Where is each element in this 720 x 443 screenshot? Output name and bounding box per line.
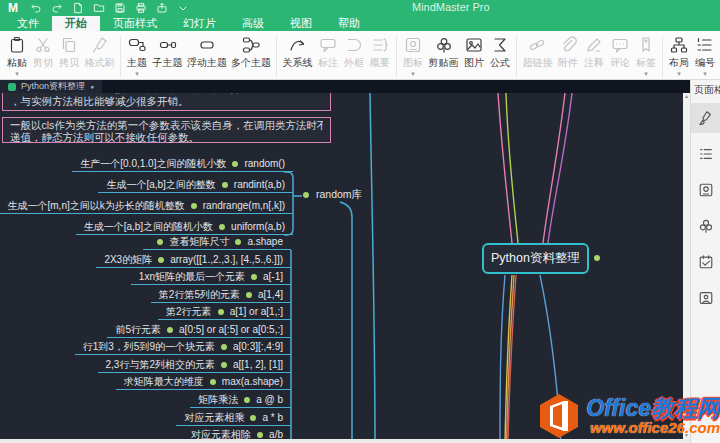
clipart-icon xyxy=(698,218,714,234)
formula-button[interactable]: 公式 xyxy=(487,34,513,70)
branch-row[interactable]: 前5行元素a[0:5] or a[:5] or a[0:5,:] xyxy=(107,322,291,338)
watermark-text: Office教程网 www.office26.com xyxy=(586,396,720,436)
relationship-icon xyxy=(289,35,307,55)
icon-marker-tool-button[interactable] xyxy=(691,175,720,205)
subtopic-button[interactable]: 子主题 xyxy=(150,34,185,70)
relationship-button[interactable]: 关系线 xyxy=(280,34,315,70)
dropdown-caret-icon[interactable]: ▾ xyxy=(411,71,415,77)
undo-button[interactable] xyxy=(28,2,43,15)
bullet-icon xyxy=(251,274,257,280)
topic-random-lib-label: random库 xyxy=(316,188,362,202)
branch-row[interactable]: 矩阵乘法a @ b xyxy=(190,392,291,408)
branch-row[interactable]: 第2行元素a[1] or a[1,:] xyxy=(158,304,291,320)
menu-tab-视图[interactable]: 视图 xyxy=(277,16,325,31)
central-topic-label: Python资料整理 xyxy=(491,250,580,267)
scroll-up-icon[interactable]: ▲ xyxy=(684,93,689,100)
branch-row[interactable]: 查看矩阵尺寸a.shape xyxy=(143,234,291,250)
bullet-icon xyxy=(158,257,164,263)
bullet-icon xyxy=(210,379,216,385)
watermark: Office教程网 www.office26.com xyxy=(536,393,720,439)
vertical-scrollbar[interactable]: ▲ ▼ xyxy=(683,93,690,439)
document-tab[interactable]: Python资料整理 ● xyxy=(0,80,102,93)
dropdown-caret-icon[interactable]: ▾ xyxy=(703,71,707,77)
menu-tab-高级[interactable]: 高级 xyxy=(229,16,277,31)
bullet-icon xyxy=(219,224,225,230)
branch-row[interactable]: 生产一个[0.0,1.0]之间的随机小数random() xyxy=(72,156,293,172)
clipart-tool-button[interactable] xyxy=(691,211,720,241)
branch-row[interactable]: 行1到3，列5到9的一个块元素a[0:3][:,4:9] xyxy=(75,339,291,355)
customize-toolbar-button[interactable] xyxy=(175,2,190,15)
redo-button[interactable] xyxy=(49,2,64,15)
floating-topic-button[interactable]: 浮动主题 xyxy=(185,34,229,70)
branch-row[interactable]: 生成一个[a,b]之间的随机小数uniform(a,b) xyxy=(76,219,293,235)
mindmap-canvas[interactable]: 可以不需要实例化，直接通过类名来调用，节省开销 ，与实例方法相比能够减少很多开销… xyxy=(0,93,683,443)
multiple-topics-button[interactable]: 多个主题 xyxy=(229,34,273,70)
callout-button: 标注 xyxy=(315,34,341,70)
layout-button[interactable]: 布局▾ xyxy=(666,34,692,77)
undo-icon xyxy=(30,2,42,14)
topic-random-lib[interactable]: random库 xyxy=(303,188,362,202)
branch-row[interactable]: 2,3行与第2列相交的元素a[[1, 2], [1]] xyxy=(98,357,292,373)
profile-card-tool-button[interactable] xyxy=(691,283,720,313)
toolbar-separator xyxy=(516,36,517,77)
numbering-button[interactable]: 编号▾ xyxy=(692,34,718,77)
horizontal-scrollbar[interactable] xyxy=(0,439,690,443)
attachment-icon xyxy=(559,35,577,55)
new-document-button[interactable] xyxy=(70,2,85,15)
document-tabbar: Python资料整理 ● xyxy=(0,80,690,93)
menu-tab-文件[interactable]: 文件 xyxy=(4,16,52,31)
branch-row[interactable]: 生成一个[m,n]之间以k为步长的随机整数randrange(m,n[,k]) xyxy=(0,198,293,214)
print-button[interactable] xyxy=(133,2,148,15)
central-topic[interactable]: Python资料整理 xyxy=(482,243,589,274)
dropdown-caret-icon[interactable]: ▾ xyxy=(15,71,19,77)
dropdown-caret-icon[interactable]: ▾ xyxy=(644,71,648,77)
outline-list-tool-button[interactable] xyxy=(691,139,720,169)
bullet-icon xyxy=(250,415,256,421)
clipart-button[interactable]: 剪贴画 xyxy=(426,34,461,70)
share-button[interactable] xyxy=(154,2,169,15)
numbering-icon xyxy=(696,35,714,55)
menu-tab-幻灯片[interactable]: 幻灯片 xyxy=(170,16,229,31)
cut-button: 剪切 xyxy=(30,34,56,70)
menu-tab-开始[interactable]: 开始 xyxy=(52,16,100,31)
hyperlink-button: 超链接 xyxy=(520,34,555,70)
branch-row[interactable]: 对应元素相乘a * b xyxy=(176,410,291,426)
menu-tab-页面样式[interactable]: 页面样式 xyxy=(100,16,170,31)
open-file-button[interactable] xyxy=(91,2,106,15)
branch-row[interactable]: 2X3的矩阵array([[1.,2.,3.], [4.,5.,6.]]) xyxy=(96,252,291,268)
redo-icon xyxy=(51,2,63,14)
branch-row[interactable]: 第2行第5列的元素a[1,4] xyxy=(151,287,291,303)
central-topic-collapse-dot-icon[interactable] xyxy=(594,255,600,261)
share-icon xyxy=(156,2,168,14)
dropdown-caret-icon[interactable]: ▾ xyxy=(677,71,681,77)
branch-row[interactable]: 求矩阵最大的维度max(a.shape) xyxy=(116,374,291,390)
subtopic-icon xyxy=(159,35,177,55)
format-paint-tool-button[interactable] xyxy=(691,103,720,133)
tag-icon xyxy=(637,35,655,55)
watermark-brand-cn: 教程网 xyxy=(651,395,720,421)
comment-button: 评论 xyxy=(607,34,633,70)
branch-row[interactable]: 生成一个[a,b]之间的整数randint(a,b) xyxy=(98,177,293,193)
bullet-icon xyxy=(218,309,224,315)
task-calendar-tool-button[interactable] xyxy=(691,247,720,277)
bullet-icon xyxy=(246,292,252,298)
topic-button[interactable]: 主题▾ xyxy=(124,34,150,77)
branch-row[interactable]: 1xn矩阵的最后一个元素a[-1] xyxy=(131,269,291,285)
paste-button[interactable]: 粘贴▾ xyxy=(4,34,30,77)
toolbar-separator xyxy=(276,36,277,77)
office-logo-icon xyxy=(536,393,582,439)
save-button[interactable] xyxy=(112,2,127,15)
icon-marker-button: 图标▾ xyxy=(400,34,426,77)
layout-icon xyxy=(670,35,688,55)
bullet-icon xyxy=(232,161,238,167)
bullet-icon xyxy=(167,327,173,333)
menu-tab-帮助[interactable]: 帮助 xyxy=(325,16,373,31)
print-icon xyxy=(135,2,147,14)
summary-icon xyxy=(371,35,389,55)
picture-button[interactable]: 图片 xyxy=(461,34,487,70)
note-box-cls-param[interactable]: 一般以cls作为类方法的第一个参数表示该类自身，在调用类方法时不需要为 递值，静… xyxy=(2,117,331,143)
collapse-dot-icon[interactable] xyxy=(303,192,309,198)
dropdown-caret-icon[interactable]: ▾ xyxy=(135,71,139,77)
copy-icon xyxy=(60,35,78,55)
note-box-class-method[interactable]: 可以不需要实例化，直接通过类名来调用，节省开销 ，与实例方法相比能够减少很多开销… xyxy=(2,93,331,111)
